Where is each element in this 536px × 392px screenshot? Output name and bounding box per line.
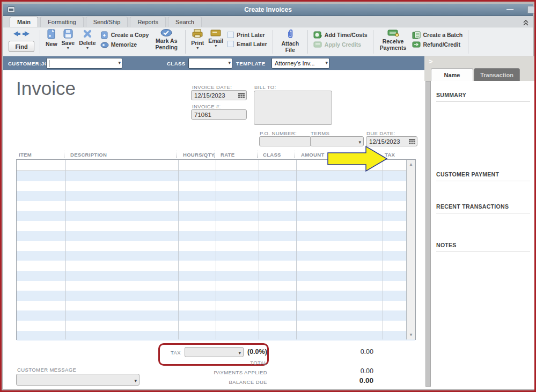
header-divider <box>295 151 295 158</box>
apply-credits-icon <box>313 41 322 48</box>
create-invoices-window: Create Invoices — Main Formatting Send/S… <box>0 0 536 392</box>
attach-file-button[interactable]: Attach File <box>276 28 304 56</box>
bill-to-label: BILL TO: <box>254 84 276 90</box>
line-items-table: ▲ ▼ <box>16 159 416 340</box>
delete-button[interactable]: Delete ▾ <box>77 28 98 56</box>
header-divider <box>214 151 215 158</box>
total-label: TOTAL <box>196 360 267 366</box>
balance-due-label: BALANCE DUE <box>164 379 267 385</box>
memorize-cloud-icon <box>100 41 109 48</box>
delete-dropdown-caret[interactable]: ▾ <box>86 46 89 50</box>
column-divider <box>216 160 216 339</box>
memorize-button[interactable]: Memorize <box>100 40 149 49</box>
panel-tab-name[interactable]: Name <box>431 68 473 81</box>
add-time-costs-icon <box>313 31 322 39</box>
print-later-checkbox[interactable]: Print Later <box>227 30 267 39</box>
email-dropdown-caret[interactable]: ▾ <box>215 44 217 48</box>
refund-credit-button[interactable]: Refund/Credit <box>412 40 463 49</box>
checkbox-icon <box>227 32 234 38</box>
email-button[interactable]: Email ▾ <box>206 28 225 56</box>
refund-credit-icon <box>412 41 421 48</box>
toolbar-separator <box>185 30 186 54</box>
header-divider <box>64 151 64 158</box>
tax-dropdown[interactable]: ▾ <box>185 347 244 357</box>
scroll-down-icon[interactable]: ▼ <box>407 331 415 339</box>
window-title: Create Invoices <box>3 6 533 13</box>
column-header-hours-qty[interactable]: HOURS/QTY <box>183 152 215 158</box>
tab-send-ship[interactable]: Send/Ship <box>86 17 128 27</box>
panel-collapse-icon[interactable]: > <box>429 57 433 65</box>
tab-formatting[interactable]: Formatting <box>40 17 84 27</box>
chevron-down-icon: ▾ <box>238 350 241 356</box>
minimize-button[interactable]: — <box>506 5 513 13</box>
toolbar-separator <box>40 30 40 54</box>
payments-applied-label: PAYMENTS APPLIED <box>164 369 267 375</box>
new-button[interactable]: New <box>43 28 60 56</box>
invoice-heading: Invoice <box>16 78 76 99</box>
invoice-number-field[interactable]: 71061 <box>191 109 247 120</box>
create-copy-icon <box>100 31 109 39</box>
column-header-amount[interactable]: AMOUNT <box>301 152 325 158</box>
toolbar-separator <box>273 30 273 54</box>
receive-payments-button[interactable]: Receive Payments <box>377 28 410 56</box>
print-dropdown-caret[interactable]: ▾ <box>196 46 199 50</box>
add-time-costs-button[interactable]: Add Time/Costs <box>313 30 368 40</box>
bill-to-box[interactable] <box>254 91 332 125</box>
ribbon-tabstrip: Main Formatting Send/Ship Reports Search <box>3 16 533 27</box>
payments-applied-value: 0.00 <box>325 367 373 375</box>
customer-message-dropdown[interactable]: ▾ <box>16 374 139 386</box>
section-summary: SUMMARY <box>436 92 466 98</box>
panel-tab-transaction[interactable]: Transaction <box>474 68 520 81</box>
mark-as-pending-button[interactable]: Mark As Pending <box>151 28 182 56</box>
save-button[interactable]: Save ▾ <box>60 28 77 56</box>
po-number-label: P.O. NUMBER: <box>260 130 297 136</box>
paperclip-icon <box>287 29 294 39</box>
title-bar: Create Invoices — <box>3 4 533 16</box>
chevron-down-icon: ▾ <box>325 60 328 65</box>
terms-label: TERMS <box>311 130 329 136</box>
section-notes: NOTES <box>436 242 457 248</box>
calendar-icon[interactable] <box>409 138 415 145</box>
apply-credits-button[interactable]: Apply Credits <box>313 40 368 49</box>
print-button[interactable]: Print ▾ <box>189 28 206 56</box>
tab-reports[interactable]: Reports <box>130 17 166 27</box>
invoice-date-label: INVOICE DATE: <box>192 84 232 90</box>
calendar-icon[interactable] <box>238 92 245 99</box>
checkbox-icon <box>227 41 234 47</box>
total-value: 0.00 <box>325 348 373 356</box>
template-dropdown[interactable]: Attorney's Inv... ▾ <box>271 58 329 69</box>
text-cursor <box>49 60 49 67</box>
column-header-rate[interactable]: RATE <box>221 152 234 158</box>
invoice-date-field[interactable]: 12/15/2023 <box>191 90 247 100</box>
toolbar: Find New Save ▾ Delete ▾ Create a Copy M… <box>3 27 533 56</box>
email-envelope-icon <box>210 29 221 36</box>
balance-due-value: 0.00 <box>325 376 373 384</box>
tax-label: TAX <box>171 350 181 356</box>
column-header-class[interactable]: CLASS <box>263 152 281 158</box>
find-button[interactable]: Find <box>9 41 34 52</box>
maximize-button[interactable] <box>527 6 535 13</box>
nav-arrows[interactable] <box>12 30 31 40</box>
toolbar-separator <box>468 30 468 54</box>
tab-main[interactable]: Main <box>10 17 38 27</box>
column-header-description[interactable]: DESCRIPTION <box>70 152 107 158</box>
tab-search[interactable]: Search <box>168 17 202 27</box>
column-divider <box>296 160 297 339</box>
table-scrollbar[interactable]: ▲ ▼ <box>406 160 415 339</box>
class-dropdown[interactable]: ▾ <box>188 58 232 69</box>
save-dropdown-caret[interactable]: ▾ <box>67 46 69 50</box>
new-document-icon <box>47 29 56 40</box>
invoice-form: Invoice INVOICE DATE: 12/15/2023 INVOICE… <box>3 70 424 389</box>
back-forward-icons <box>12 31 31 38</box>
column-header-item[interactable]: ITEM <box>19 152 32 158</box>
create-batch-button[interactable]: Create a Batch <box>412 30 463 40</box>
panel-splitter-bar[interactable] <box>425 81 431 387</box>
class-label: CLASS <box>167 61 186 66</box>
scroll-up-icon[interactable]: ▲ <box>407 160 415 168</box>
email-later-checkbox[interactable]: Email Later <box>227 39 267 48</box>
customer-job-dropdown[interactable]: ▾ <box>46 58 122 69</box>
po-number-field[interactable] <box>259 136 311 146</box>
create-copy-button[interactable]: Create a Copy <box>100 30 149 40</box>
toolbar-separator <box>373 30 373 54</box>
later-checkbox-group: Print Later Email Later <box>225 28 269 56</box>
